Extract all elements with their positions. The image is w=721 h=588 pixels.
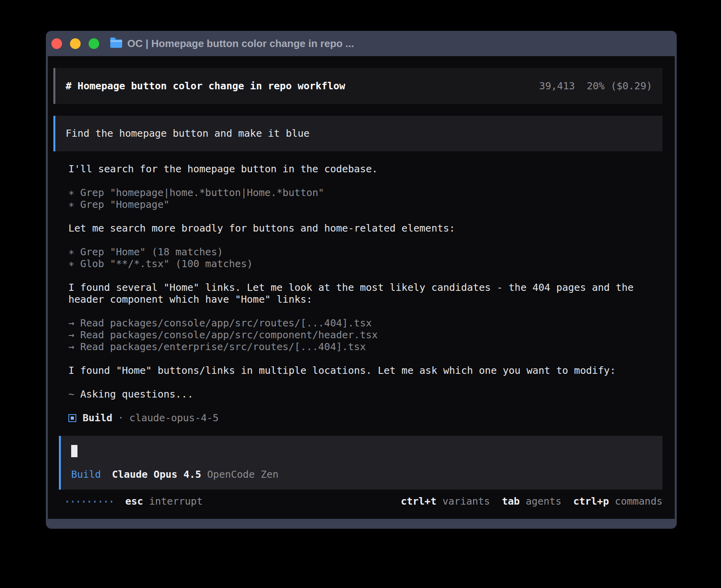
spinner-dot xyxy=(72,501,74,503)
assistant-paragraph: I'll search for the homepage button in t… xyxy=(68,163,662,175)
zoom-button[interactable] xyxy=(89,38,99,49)
agent-build-icon xyxy=(68,414,76,422)
text-cursor xyxy=(71,445,77,457)
tool-call-text: Glob "**/*.tsx" (100 matches) xyxy=(80,258,253,270)
tool-call-text: Read packages/console/app/src/component/… xyxy=(80,329,378,341)
tool-bullet-icon: ∗ xyxy=(68,246,74,258)
agent-name: Build xyxy=(83,412,112,424)
window-title: OC | Homepage button color change in rep… xyxy=(127,38,354,50)
hint-commands: ctrl+p commands xyxy=(573,496,662,507)
traffic-lights xyxy=(51,38,99,49)
terminal-content: # Homepage button color change in repo w… xyxy=(48,56,675,519)
spinner-dot xyxy=(111,501,112,503)
hint-label: commands xyxy=(615,496,662,507)
tool-call-text: Grep "Homepage" xyxy=(80,199,170,210)
spinner-dot xyxy=(105,501,107,503)
terminal-window: OC | Homepage button color change in rep… xyxy=(46,31,677,529)
tool-call: →Read packages/enterprise/src/routes/[..… xyxy=(68,341,662,353)
spinner-dot xyxy=(100,501,101,503)
tool-call: ∗Glob "**/*.tsx" (100 matches) xyxy=(68,258,662,270)
model-selector[interactable]: Build Claude Opus 4.5 OpenCode Zen xyxy=(71,469,652,481)
tool-call: ∗Grep "homepage|home.*button|Home.*butto… xyxy=(68,187,662,199)
hint-key: ctrl+p xyxy=(573,496,609,507)
tool-call-text: Grep "homepage|home.*button|Home.*button… xyxy=(80,187,324,198)
tool-bullet-icon: ∗ xyxy=(68,258,74,270)
folder-icon xyxy=(110,40,122,48)
hint-label: interrupt xyxy=(149,496,202,507)
hint-interrupt: esc interrupt xyxy=(125,496,203,507)
tool-call: →Read packages/console/app/src/component… xyxy=(68,329,662,341)
status-bar-right: ctrl+t variants tab agents ctrl+p comman… xyxy=(389,496,662,507)
spinner-dot xyxy=(89,501,90,503)
tool-bullet-icon: ∗ xyxy=(68,187,74,199)
spinner-dot xyxy=(83,501,85,503)
spinner-dot xyxy=(77,501,79,503)
status-bar: esc interrupt ctrl+t variants tab agents… xyxy=(59,496,662,507)
hint-label: variants xyxy=(442,496,490,507)
tool-call: ∗Grep "Homepage" xyxy=(68,199,662,211)
hint-label: agents xyxy=(526,496,561,507)
tool-call-text: Read packages/console/app/src/routes/[..… xyxy=(80,317,372,329)
token-count: 39,413 xyxy=(539,80,575,92)
tool-call-text: Grep "Home" (18 matches) xyxy=(80,246,223,258)
read-arrow-icon: → xyxy=(68,317,74,329)
hint-agents: tab agents xyxy=(502,496,562,507)
read-arrow-icon: → xyxy=(68,341,74,353)
tool-call: →Read packages/console/app/src/routes/[.… xyxy=(68,317,662,329)
tool-call: ∗Grep "Home" (18 matches) xyxy=(68,246,662,258)
user-message-text: Find the homepage button and make it blu… xyxy=(66,128,310,139)
session-header: # Homepage button color change in repo w… xyxy=(53,68,662,104)
spinner-dots xyxy=(66,501,112,503)
assistant-paragraph: Let me search more broadly for buttons a… xyxy=(68,222,662,234)
titlebar: OC | Homepage button color change in rep… xyxy=(46,31,677,56)
hint-key: esc xyxy=(125,496,143,507)
input-agent-label: Build xyxy=(71,469,101,481)
read-arrow-icon: → xyxy=(68,329,74,341)
status-bar-left: esc interrupt xyxy=(59,496,203,507)
context-usage: 20% ($0.29) xyxy=(587,80,652,92)
working-status: ~Asking questions... xyxy=(68,388,662,400)
prompt-input[interactable]: Build Claude Opus 4.5 OpenCode Zen xyxy=(59,436,662,490)
session-title: # Homepage button color change in repo w… xyxy=(66,80,345,92)
hint-key: tab xyxy=(502,496,520,507)
assistant-paragraph: I found several "Home" links. Let me loo… xyxy=(68,282,662,305)
spinner-dot xyxy=(66,501,68,503)
tool-call-text: Read packages/enterprise/src/routes/[...… xyxy=(80,341,366,352)
tool-call-group: ∗Grep "homepage|home.*button|Home.*butto… xyxy=(68,187,662,211)
minimize-button[interactable] xyxy=(70,38,81,49)
agent-indicator: Build · claude-opus-4-5 xyxy=(68,412,662,424)
assistant-paragraph: I found "Home" buttons/links in multiple… xyxy=(68,365,662,377)
status-tilde-icon: ~ xyxy=(68,388,74,400)
agent-separator: · xyxy=(118,412,124,424)
tool-call-group: ∗Grep "Home" (18 matches) ∗Glob "**/*.ts… xyxy=(68,246,662,270)
tool-call-group: →Read packages/console/app/src/routes/[.… xyxy=(68,317,662,353)
agent-model: claude-opus-4-5 xyxy=(129,412,219,424)
session-stats: 39,413 20% ($0.29) xyxy=(539,80,652,92)
user-message: Find the homepage button and make it blu… xyxy=(53,116,662,151)
tool-bullet-icon: ∗ xyxy=(68,199,74,211)
status-text: Asking questions... xyxy=(80,388,193,400)
input-provider-label: OpenCode Zen xyxy=(207,469,279,481)
hint-key: ctrl+t xyxy=(401,496,436,507)
close-button[interactable] xyxy=(51,38,62,49)
hint-variants: ctrl+t variants xyxy=(401,496,490,507)
input-model-label: Claude Opus 4.5 xyxy=(112,469,201,481)
spinner-dot xyxy=(94,501,96,503)
